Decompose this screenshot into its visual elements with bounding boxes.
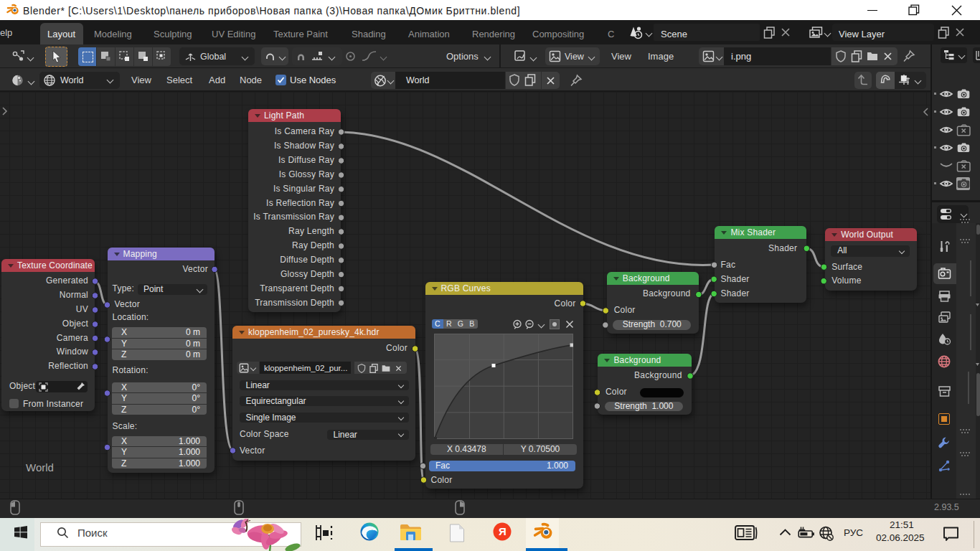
svg-text:Я: Я [499,525,507,537]
